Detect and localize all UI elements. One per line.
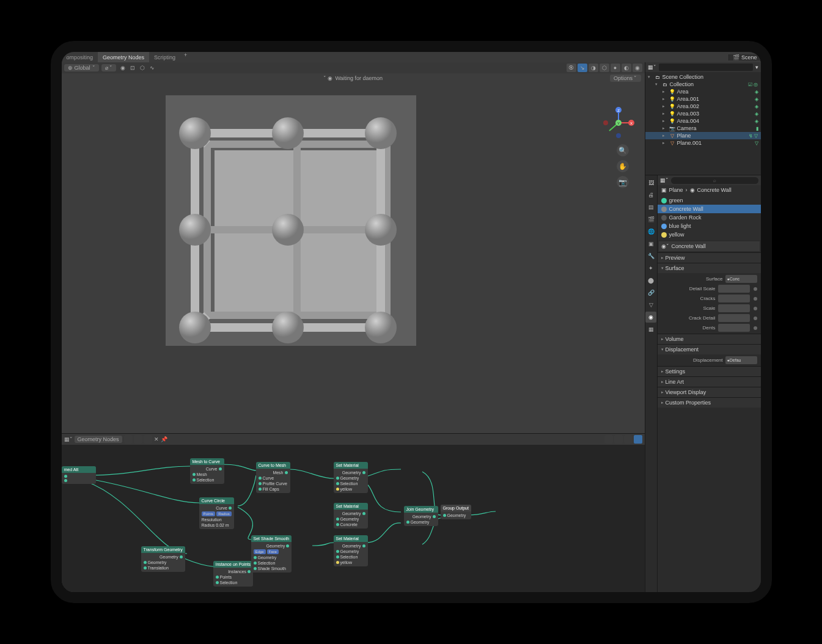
- outliner-search[interactable]: [659, 64, 753, 71]
- panel-preview-header[interactable]: ▸Preview: [658, 253, 761, 263]
- panel-settings-header[interactable]: ▸Settings: [658, 367, 761, 376]
- prop-tab-particles[interactable]: ✦: [645, 263, 656, 274]
- node-overlay-3[interactable]: [624, 435, 633, 444]
- pivot-icon[interactable]: ⊡: [128, 64, 137, 72]
- material-slot-yellow[interactable]: yellow: [658, 230, 761, 239]
- node-mesh-to-curve[interactable]: Mesh to Curve Curve Mesh Selection: [190, 458, 224, 484]
- material-slot-green[interactable]: green: [658, 196, 761, 205]
- shading-material[interactable]: ◐: [622, 64, 631, 72]
- tree-item-area002[interactable]: ▸💡Area.002◈: [645, 103, 761, 110]
- node-set-material-1[interactable]: Set Material Geometry Geometry Selection…: [334, 462, 368, 493]
- snap-icon[interactable]: ⬡: [138, 64, 147, 72]
- pin-icon[interactable]: 📌: [161, 436, 167, 442]
- tree-item-plane001[interactable]: ▸▽Plane.001▽: [645, 139, 761, 147]
- node-overlay-2[interactable]: [614, 435, 623, 444]
- tab-compositing[interactable]: ompositing: [62, 52, 98, 62]
- viewport-canvas[interactable]: X Z Y 🔍 ✋ 📷: [62, 83, 645, 433]
- overlay-toggle[interactable]: ⦿: [567, 64, 576, 72]
- keyframe-dot[interactable]: [754, 287, 757, 291]
- new-nodetree-icon[interactable]: [144, 435, 152, 444]
- node-curve-circle[interactable]: Curve Circle Curve PointsRadius Resoluti…: [199, 497, 234, 529]
- camera-view-icon[interactable]: 📷: [617, 176, 629, 188]
- node-overlay-4[interactable]: [634, 435, 642, 444]
- panel-viewport-display-header[interactable]: ▸Viewport Display: [658, 387, 761, 397]
- panel-displacement-header[interactable]: ▾Displacement: [658, 345, 761, 354]
- node-instance-on-points[interactable]: Instance on Points Instances Points Sele…: [213, 561, 254, 587]
- orientation-dropdown[interactable]: ⊕ Global ˅: [64, 64, 99, 71]
- breadcrumb-object[interactable]: Plane: [669, 187, 683, 193]
- material-slot-garden-rock[interactable]: Garden Rock: [658, 213, 761, 222]
- prop-tab-render[interactable]: 🖼: [645, 177, 656, 188]
- tab-geometry-nodes[interactable]: Geometry Nodes: [98, 52, 149, 62]
- xray-toggle[interactable]: ◑: [589, 64, 598, 72]
- prop-tab-material[interactable]: ◉: [645, 312, 656, 323]
- outliner-filter-icon[interactable]: ▾: [755, 64, 758, 70]
- material-name-field[interactable]: ◉˅ Concrete Wall: [659, 241, 760, 251]
- prop-tab-world[interactable]: 🌐: [645, 226, 656, 237]
- dents-field[interactable]: [718, 324, 750, 332]
- snap-dropdown[interactable]: ⌀ ˅: [101, 64, 117, 71]
- panel-line-art-header[interactable]: ▸Line Art: [658, 377, 761, 387]
- shading-solid[interactable]: ●: [611, 64, 620, 72]
- prop-tab-scene[interactable]: 🎬: [645, 214, 656, 225]
- node-transform-geometry[interactable]: Transform Geometry Geometry Geometry Tra…: [141, 546, 185, 572]
- scene-selector[interactable]: 🎬 Scene: [728, 54, 761, 60]
- prop-tab-viewlayer[interactable]: ▤: [645, 202, 656, 213]
- breadcrumb-material[interactable]: Concrete Wall: [697, 187, 732, 193]
- scale-field[interactable]: [718, 304, 750, 312]
- proportional-edit-icon[interactable]: ◉: [119, 64, 127, 72]
- add-workspace-button[interactable]: +: [180, 52, 191, 62]
- zoom-tool-icon[interactable]: 🔍: [617, 144, 629, 156]
- panel-surface-header[interactable]: ▾Surface: [658, 263, 761, 273]
- viewport-gizmo[interactable]: X Z Y: [602, 106, 635, 139]
- tree-item-area[interactable]: ▸💡Area◈: [645, 88, 761, 95]
- pan-tool-icon[interactable]: ✋: [617, 160, 629, 172]
- node-curve-to-mesh[interactable]: Curve to Mesh Mesh Curve Profile Curve F…: [256, 462, 290, 493]
- tree-item-area004[interactable]: ▸💡Area.004◈: [645, 117, 761, 125]
- tree-item-plane[interactable]: ▸▽Plane↯ ▽: [645, 132, 761, 139]
- properties-search[interactable]: ⌕: [671, 177, 758, 184]
- outliner-editor-icon[interactable]: ▦˅: [648, 64, 656, 70]
- panel-custom-properties-header[interactable]: ▸Custom Properties: [658, 398, 761, 408]
- node-set-material-2[interactable]: Set Material Geometry Geometry Concrete: [334, 503, 368, 529]
- displacement-field[interactable]: ● Defau: [725, 356, 757, 364]
- prop-tab-physics[interactable]: ⬤: [645, 275, 656, 286]
- node-set-material-3[interactable]: Set Material Geometry Geometry Selection…: [334, 535, 368, 566]
- node-tree-selector[interactable]: Geometry Nodes: [75, 436, 122, 443]
- node-join-geometry[interactable]: Join Geometry Geometry Geometry: [404, 506, 438, 526]
- node-canvas[interactable]: med Att Mesh to Curve Curve Mesh Selecti…: [62, 445, 645, 592]
- unlink-icon[interactable]: ✕: [154, 436, 159, 442]
- tree-item-area003[interactable]: ▸💡Area.003◈: [645, 110, 761, 117]
- cracks-field[interactable]: [718, 295, 750, 302]
- tree-item-camera[interactable]: ▸📷Camera▮: [645, 125, 761, 132]
- shield-icon[interactable]: [124, 435, 133, 444]
- gizmo-toggle[interactable]: ↘: [578, 64, 587, 72]
- surface-shader-field[interactable]: ● Conc: [725, 275, 757, 283]
- material-slot-blue-light[interactable]: blue light: [658, 222, 761, 230]
- editor-type-icon[interactable]: ▦˅: [64, 436, 73, 442]
- curve-icon[interactable]: ∿: [148, 64, 156, 72]
- node-set-shade-smooth[interactable]: Set Shade Smooth Geometry EdgeFace Geome…: [251, 535, 292, 573]
- crack-detail-field[interactable]: [718, 314, 750, 322]
- prop-tab-modifier[interactable]: 🔧: [645, 251, 656, 262]
- tree-scene-collection[interactable]: ▾🗀Scene Collection: [645, 73, 761, 81]
- tree-collection[interactable]: ▾🗀Collection☑ ◎: [645, 81, 761, 88]
- shading-wireframe[interactable]: ⬡: [600, 64, 609, 72]
- detail-scale-field[interactable]: [718, 285, 750, 293]
- tab-scripting[interactable]: Scripting: [149, 52, 180, 62]
- panel-volume-header[interactable]: ▸Volume: [658, 334, 761, 344]
- prop-tab-texture[interactable]: ▦: [645, 324, 656, 335]
- prop-tab-output[interactable]: 🖨: [645, 189, 656, 200]
- material-slot-concrete-wall[interactable]: Concrete Wall: [658, 205, 761, 213]
- shading-rendered[interactable]: ◉: [633, 64, 642, 72]
- node-overlay-1[interactable]: [604, 435, 613, 444]
- properties-editor-icon[interactable]: ▦˅: [660, 177, 669, 183]
- prop-tab-object[interactable]: ▣: [645, 238, 656, 249]
- prop-tab-constraints[interactable]: 🔗: [645, 287, 656, 298]
- tree-item-area001[interactable]: ▸💡Area.001◈: [645, 95, 761, 103]
- node-group-output[interactable]: Group Output Geometry: [441, 505, 471, 519]
- options-dropdown[interactable]: Options ˅: [610, 75, 641, 82]
- prop-tab-data[interactable]: ▽: [645, 299, 656, 310]
- fake-user-icon[interactable]: [134, 435, 142, 444]
- node-named-attribute[interactable]: med Att: [62, 466, 96, 484]
